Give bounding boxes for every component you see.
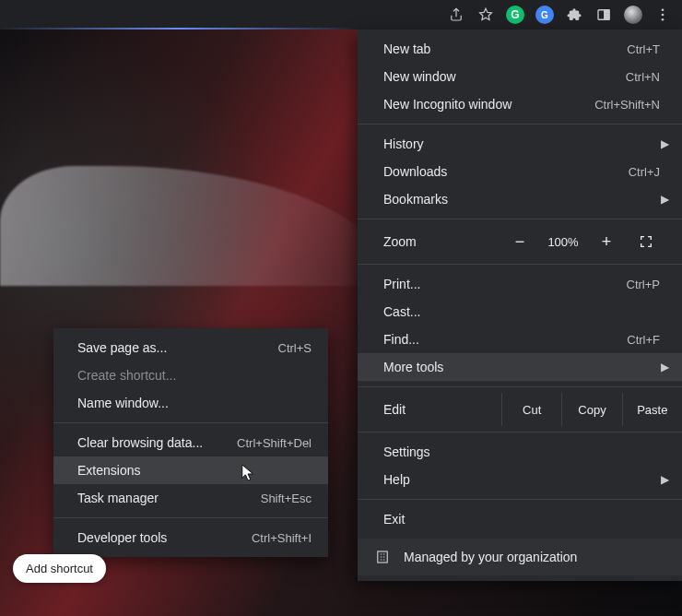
menu-label: New Incognito window xyxy=(383,97,594,112)
submenu-item-dev-tools[interactable]: Developer tools Ctrl+Shift+I xyxy=(53,524,328,551)
submenu-arrow-icon: ▶ xyxy=(661,193,669,206)
menu-shortcut: Ctrl+T xyxy=(627,42,660,56)
svg-point-4 xyxy=(662,18,664,21)
star-icon[interactable] xyxy=(472,2,500,28)
managed-label: Managed by your organization xyxy=(404,550,577,564)
menu-shortcut: Ctrl+Shift+N xyxy=(594,98,660,112)
menu-item-settings[interactable]: Settings xyxy=(358,438,682,466)
submenu-item-task-manager[interactable]: Task manager Shift+Esc xyxy=(53,484,328,512)
svg-point-2 xyxy=(662,8,664,11)
submenu-item-save-page[interactable]: Save page as... Ctrl+S xyxy=(53,334,328,361)
kebab-menu-icon[interactable] xyxy=(649,2,676,28)
menu-separator xyxy=(358,432,682,432)
menu-label: Settings xyxy=(383,444,660,459)
submenu-label: Developer tools xyxy=(77,530,252,545)
menu-item-help[interactable]: Help ▶ xyxy=(358,466,682,493)
submenu-item-create-shortcut: Create shortcut... xyxy=(53,361,328,389)
menu-label: New window xyxy=(383,69,626,84)
menu-label: Exit xyxy=(383,512,660,527)
menu-item-new-window[interactable]: New window Ctrl+N xyxy=(358,63,682,90)
edit-cut-button[interactable]: Cut xyxy=(501,393,561,426)
menu-item-new-tab[interactable]: New tab Ctrl+T xyxy=(358,35,682,63)
menu-label: Cast... xyxy=(383,304,660,319)
fullscreen-button[interactable] xyxy=(625,225,667,258)
submenu-shortcut: Ctrl+Shift+I xyxy=(252,531,312,545)
menu-shortcut: Ctrl+P xyxy=(627,278,660,291)
menu-separator xyxy=(358,219,682,219)
menu-separator xyxy=(358,499,682,500)
submenu-shortcut: Ctrl+Shift+Del xyxy=(237,436,312,450)
menu-item-find[interactable]: Find... Ctrl+F xyxy=(358,326,682,353)
menu-label: Downloads xyxy=(383,164,629,179)
menu-item-edit-row: Edit Cut Copy Paste xyxy=(358,393,682,426)
submenu-label: Create shortcut... xyxy=(77,368,312,383)
submenu-shortcut: Shift+Esc xyxy=(261,492,312,505)
menu-item-bookmarks[interactable]: Bookmarks ▶ xyxy=(358,185,682,213)
submenu-item-name-window[interactable]: Name window... xyxy=(53,389,328,417)
menu-separator xyxy=(358,264,682,265)
svg-point-3 xyxy=(662,14,664,17)
chrome-main-menu: New tab Ctrl+T New window Ctrl+N New Inc… xyxy=(358,30,682,581)
submenu-separator xyxy=(53,517,328,518)
zoom-in-button[interactable]: + xyxy=(588,225,625,258)
svg-rect-1 xyxy=(605,10,609,20)
gtranslate-badge: G xyxy=(535,6,554,24)
add-shortcut-pill[interactable]: Add shortcut xyxy=(13,554,106,583)
menu-label: Help xyxy=(383,472,660,487)
submenu-arrow-icon: ▶ xyxy=(661,361,669,373)
menu-item-new-incognito[interactable]: New Incognito window Ctrl+Shift+N xyxy=(358,90,682,118)
avatar-image xyxy=(624,6,642,24)
menu-shortcut: Ctrl+N xyxy=(626,70,660,84)
edit-paste-button[interactable]: Paste xyxy=(622,393,682,426)
submenu-label: Task manager xyxy=(77,491,261,505)
svg-rect-5 xyxy=(378,551,388,563)
extensions-puzzle-icon[interactable] xyxy=(560,2,588,28)
menu-item-managed[interactable]: Managed by your organization xyxy=(358,539,682,575)
zoom-label: Zoom xyxy=(383,234,501,249)
edit-copy-button[interactable]: Copy xyxy=(561,393,621,426)
submenu-label: Clear browsing data... xyxy=(77,435,237,450)
menu-separator xyxy=(358,124,682,124)
browser-toolbar: G G xyxy=(0,0,682,30)
share-icon[interactable] xyxy=(442,2,470,28)
side-panel-icon[interactable] xyxy=(590,2,617,28)
menu-label: Find... xyxy=(383,332,627,347)
menu-item-zoom: Zoom − 100% + xyxy=(358,225,682,258)
more-tools-submenu: Save page as... Ctrl+S Create shortcut..… xyxy=(53,328,328,557)
zoom-value: 100% xyxy=(538,235,588,249)
submenu-separator xyxy=(53,422,328,423)
grammarly-badge: G xyxy=(506,6,524,24)
menu-shortcut: Ctrl+F xyxy=(627,333,660,347)
zoom-out-button[interactable]: − xyxy=(501,225,538,258)
menu-separator xyxy=(358,386,682,387)
grammarly-extension-icon[interactable]: G xyxy=(501,2,529,28)
menu-item-cast[interactable]: Cast... xyxy=(358,298,682,326)
menu-label: Print... xyxy=(383,277,627,291)
google-translate-extension-icon[interactable]: G xyxy=(531,2,559,28)
menu-item-more-tools[interactable]: More tools ▶ xyxy=(358,353,682,381)
building-icon xyxy=(374,549,391,565)
submenu-arrow-icon: ▶ xyxy=(661,137,669,150)
submenu-label: Name window... xyxy=(77,396,312,410)
menu-label: More tools xyxy=(383,360,660,374)
submenu-item-clear-data[interactable]: Clear browsing data... Ctrl+Shift+Del xyxy=(53,429,328,456)
submenu-label: Extensions xyxy=(77,463,312,478)
menu-label: Bookmarks xyxy=(383,192,660,207)
profile-avatar-icon[interactable] xyxy=(619,2,647,28)
edit-label: Edit xyxy=(358,402,501,417)
active-tab-underline xyxy=(0,28,358,30)
submenu-arrow-icon: ▶ xyxy=(661,473,669,486)
menu-item-exit[interactable]: Exit xyxy=(358,505,682,533)
menu-item-downloads[interactable]: Downloads Ctrl+J xyxy=(358,158,682,185)
submenu-shortcut: Ctrl+S xyxy=(278,341,312,355)
menu-label: New tab xyxy=(383,41,627,56)
menu-shortcut: Ctrl+J xyxy=(629,165,660,179)
menu-item-history[interactable]: History ▶ xyxy=(358,130,682,158)
menu-label: History xyxy=(383,136,660,151)
menu-item-print[interactable]: Print... Ctrl+P xyxy=(358,270,682,298)
submenu-item-extensions[interactable]: Extensions xyxy=(53,456,328,484)
submenu-label: Save page as... xyxy=(77,340,278,355)
